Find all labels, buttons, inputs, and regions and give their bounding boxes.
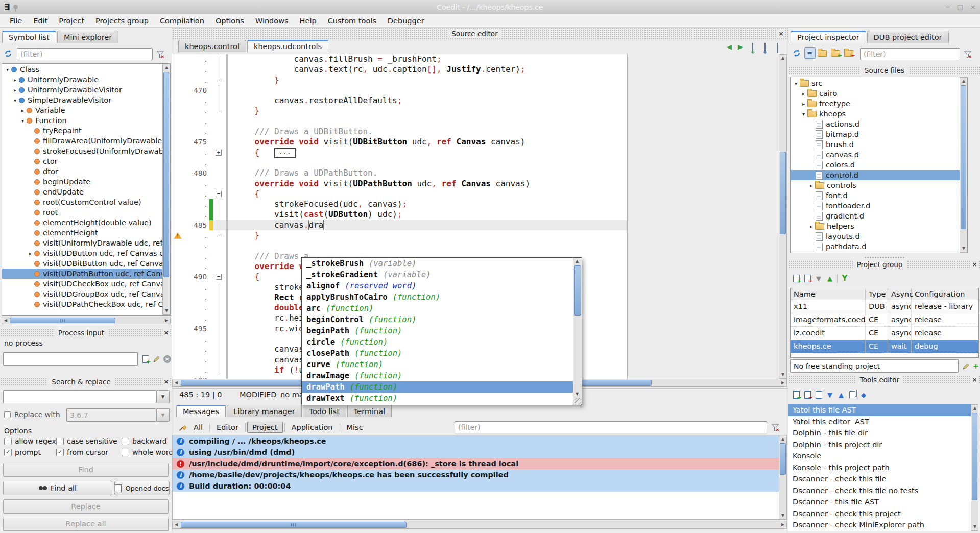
scroll-right-icon[interactable]: ▶ <box>163 317 170 324</box>
remove-folder-icon[interactable]: − <box>844 47 855 59</box>
fold-toggle-icon[interactable]: − <box>216 274 222 280</box>
open-doc-icon[interactable]: + <box>764 43 766 53</box>
file-tree-item[interactable]: fontloader.d <box>791 201 960 211</box>
symbol-tree-item[interactable]: ▾Function <box>2 115 162 126</box>
move-tool-up-icon[interactable]: ▲ <box>835 389 847 400</box>
code-line[interactable]: !. } <box>172 230 627 240</box>
scroll-down-icon[interactable]: ▼ <box>779 512 786 519</box>
tab-dub-project-editor[interactable]: DUB project editor <box>867 31 949 43</box>
menu-options[interactable]: Options <box>210 15 250 27</box>
menu-windows[interactable]: Windows <box>250 15 294 27</box>
code-line[interactable]: . canvas.restoreAllDefaults; <box>172 95 627 106</box>
option-backward[interactable]: backward <box>122 437 167 445</box>
completion-item[interactable]: alignof(reserved word) <box>302 280 573 292</box>
tool-item[interactable]: Dolphin - this project dir <box>788 439 971 451</box>
file-tree-item[interactable]: ▾src <box>791 78 960 88</box>
messages-hscrollbar[interactable]: ◀ ▶ <box>172 521 787 529</box>
tab-library-manager[interactable]: Library manager <box>227 405 301 417</box>
fold-toggle-icon[interactable]: + <box>216 150 222 156</box>
replace-dropdown-icon[interactable]: ▼ <box>156 408 170 422</box>
file-tree-item[interactable]: ▸freetype <box>791 99 960 109</box>
code-line[interactable]: . canvas.text(rc, udc.caption[], Justify… <box>172 64 627 75</box>
remove-project-icon[interactable]: − <box>802 273 813 284</box>
file-tree-item[interactable]: bitmap.d <box>791 129 960 139</box>
resize-grip[interactable] <box>575 398 582 405</box>
file-tree-item[interactable]: colors.d <box>791 160 960 170</box>
remove-tool-icon[interactable]: − <box>802 389 813 400</box>
symbol-filter-input[interactable] <box>17 48 153 60</box>
symbol-tree-item[interactable]: root <box>2 207 162 217</box>
scroll-down-icon[interactable]: ▼ <box>960 245 967 252</box>
close-source-editor-icon[interactable]: × <box>777 30 785 38</box>
replace-combo[interactable]: 3.6.7 <box>66 408 156 422</box>
symbol-tree-item[interactable]: ▾SimpleDrawableVisitor <box>2 95 162 105</box>
completion-item[interactable]: applyBrushToCairo(function) <box>302 292 573 303</box>
maximize-button[interactable]: □ <box>957 3 963 11</box>
completion-item[interactable]: drawText(function) <box>302 393 573 404</box>
scroll-up-icon[interactable]: ▲ <box>779 435 786 443</box>
expand-icon[interactable]: ▸ <box>800 101 807 107</box>
scroll-right-icon[interactable]: ▶ <box>779 521 786 528</box>
completion-item[interactable]: circle(function) <box>302 336 573 348</box>
tool-item[interactable]: Dscanner - this file AST <box>788 496 971 508</box>
move-tool-down-icon[interactable]: ▼ <box>824 389 835 400</box>
add-project-icon[interactable]: + <box>791 273 802 284</box>
option-case-sensitive[interactable]: case sensitive <box>56 437 117 445</box>
code-line[interactable]: 475 override void visit(UDBitButton udc,… <box>172 137 627 147</box>
scroll-up-icon[interactable]: ▲ <box>960 78 967 85</box>
find-all-button[interactable]: Find all <box>3 481 112 495</box>
code-line[interactable]: 480 /// Draws a UDPathButton. <box>172 168 627 178</box>
scroll-up-icon[interactable]: ▲ <box>163 64 170 71</box>
tool-item[interactable]: Dscanner - check this file <box>788 473 971 485</box>
project-row[interactable]: x11DUBasyncrelease - library <box>791 300 978 313</box>
minimize-button[interactable]: ─ <box>946 3 950 11</box>
filter-application[interactable]: Application <box>286 422 338 433</box>
file-tree-item[interactable]: ▸helpers <box>791 221 960 231</box>
collapse-icon[interactable]: ▾ <box>19 118 26 124</box>
scroll-right-icon[interactable]: ▶ <box>779 379 786 386</box>
tools-editor-header[interactable]: Tools editor × <box>788 376 980 384</box>
close-search-icon[interactable]: × <box>162 378 170 386</box>
menu-project[interactable]: Project <box>53 15 90 27</box>
file-tree-item[interactable]: actions.d <box>791 119 960 129</box>
scroll-up-icon[interactable]: ▲ <box>573 258 581 265</box>
project-row[interactable]: imageformats.coeditCEasyncrelease <box>791 313 978 327</box>
pin-tool-icon[interactable]: ◆ <box>858 389 869 400</box>
symbol-tree-item[interactable]: fillDrawArea(UniformlyDrawable ud <box>2 136 162 146</box>
search-dropdown-icon[interactable]: ▼ <box>156 390 170 403</box>
expand-icon[interactable]: ▸ <box>19 108 26 113</box>
option-prompt[interactable]: ✓prompt <box>4 448 41 456</box>
add-tool-icon[interactable]: + <box>791 389 802 400</box>
filter-all[interactable]: All <box>188 422 208 433</box>
file-tree-item[interactable]: ▸cairo <box>791 88 960 99</box>
option-allow-regex[interactable]: allow regex <box>4 437 56 445</box>
message-row[interactable]: i/home/basile/dev/projects/kheops/kheops… <box>173 469 779 480</box>
close-project-group-icon[interactable]: × <box>971 261 978 269</box>
scroll-thumb[interactable] <box>780 152 786 234</box>
code-line[interactable]: . <box>172 240 627 251</box>
code-line[interactable]: . <box>172 116 627 127</box>
cancel-process-icon[interactable]: × <box>161 353 173 365</box>
messages-filter-icon[interactable] <box>770 422 781 433</box>
symbol-tree-item[interactable]: beginUpdate <box>2 177 162 187</box>
symbol-tree-item[interactable]: ▸UniformlyDrawable <box>2 75 162 85</box>
tab-messages[interactable]: Messages <box>176 405 226 417</box>
tool-item[interactable]: Dscanner - check this project <box>788 508 971 520</box>
symbol-tree-item[interactable]: dtor <box>2 166 162 177</box>
move-project-up-icon[interactable]: ▲ <box>824 273 835 284</box>
replace-button[interactable]: Replace <box>3 499 169 514</box>
scroll-down-icon[interactable]: ▼ <box>779 371 786 378</box>
file-tree-item[interactable]: ▸controls <box>791 180 960 190</box>
files-tree-vscrollbar[interactable]: ▲ ▼ <box>960 77 967 253</box>
code-line[interactable]: . strokeFocused(udc, canvas); <box>172 199 627 209</box>
file-tree-item[interactable]: canvas.d <box>791 150 960 160</box>
filter-editor[interactable]: Editor <box>211 422 244 433</box>
search-input[interactable] <box>3 390 156 403</box>
tools-vscrollbar[interactable]: ▲ ▼ <box>971 404 978 531</box>
files-filter-input[interactable] <box>860 48 960 60</box>
message-row[interactable]: iBuild duration: 00:00:04 <box>173 480 779 492</box>
messages-vscrollbar[interactable]: ▲ ▼ <box>779 435 787 520</box>
symbol-tree-item[interactable]: visit(UDBitButton udc, ref Canvas c <box>2 258 162 269</box>
save-tool-icon[interactable] <box>813 389 824 400</box>
tool-item[interactable]: Dscanner - check MiniExplorer path <box>788 519 971 531</box>
